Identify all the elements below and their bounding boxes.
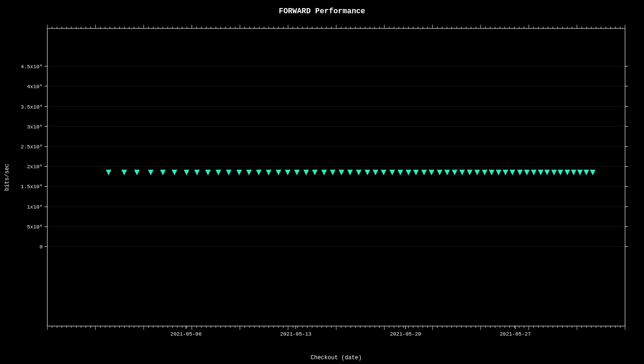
svg-text:bits/sec: bits/sec (4, 164, 10, 191)
svg-text:1.5x10⁹: 1.5x10⁹ (21, 184, 43, 190)
svg-text:2021-05-06: 2021-05-06 (170, 331, 202, 337)
chart-svg: 4.5x10⁹4x10⁹3.5x10⁹3x10⁹2.5x10⁹2x10⁹1.5x… (0, 0, 644, 364)
chart-container: FORWARD Performance bits/sec Checkout (d… (0, 0, 644, 364)
svg-text:2021-05-13: 2021-05-13 (280, 331, 312, 337)
svg-text:2021-05-20: 2021-05-20 (390, 331, 421, 337)
svg-text:2021-05-27: 2021-05-27 (500, 331, 531, 337)
svg-text:FORWARD Performance: FORWARD Performance (279, 7, 365, 16)
svg-text:3.5x10⁹: 3.5x10⁹ (21, 104, 43, 110)
svg-text:4.5x10⁹: 4.5x10⁹ (21, 64, 43, 70)
svg-text:5x10⁸: 5x10⁸ (27, 224, 43, 230)
svg-text:1x10⁹: 1x10⁹ (27, 204, 43, 210)
svg-text:2x10⁹: 2x10⁹ (27, 164, 43, 170)
svg-rect-0 (0, 0, 644, 364)
svg-text:Checkout (date): Checkout (date) (311, 355, 362, 361)
svg-text:3x10⁹: 3x10⁹ (27, 124, 43, 130)
svg-text:0: 0 (39, 244, 43, 250)
svg-text:4x10⁹: 4x10⁹ (27, 84, 43, 90)
svg-text:2.5x10⁹: 2.5x10⁹ (21, 144, 43, 150)
